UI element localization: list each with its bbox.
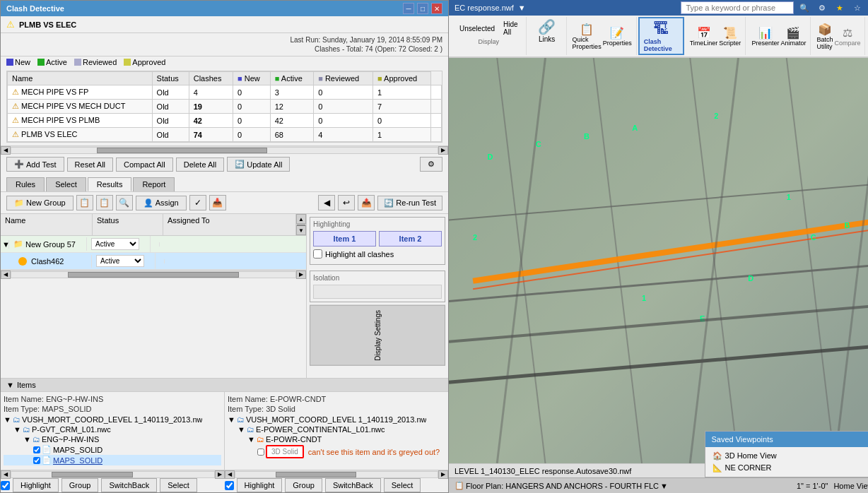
left-group-btn[interactable]: Group: [61, 478, 99, 492]
properties-btn-group: 📝 Properties: [603, 26, 632, 47]
toolbar-icon-btn-5[interactable]: 📥: [209, 195, 226, 210]
search-input[interactable]: [681, 1, 794, 14]
tree-checkbox[interactable]: [33, 446, 40, 453]
right-highlight-btn[interactable]: Highlight: [237, 478, 283, 492]
prev-btn[interactable]: ↩: [338, 195, 355, 210]
grid-label-1: 1: [642, 294, 646, 302]
navis-title-dropdown[interactable]: ▼: [518, 4, 526, 12]
last-run-text: Last Run: Sunday, January 19, 2014 8:55:…: [6, 36, 442, 44]
reset-all-button[interactable]: Reset All: [67, 158, 113, 172]
animator-label[interactable]: Animator: [780, 40, 806, 47]
hide-all-btn[interactable]: Hide All: [500, 18, 522, 38]
toolbar-icon-btn-4[interactable]: ✓: [189, 195, 206, 210]
tree-icon: 🗂: [33, 435, 40, 444]
items-scroll-right[interactable]: ▶: [215, 470, 225, 479]
timeliner-label[interactable]: TimeLiner: [690, 40, 718, 47]
right-group-btn[interactable]: Group: [285, 478, 322, 492]
update-all-button[interactable]: 🔄 Update All: [227, 157, 290, 172]
right-switchback-btn[interactable]: SwitchBack: [325, 478, 381, 492]
items-scroll-right-2[interactable]: ▶: [438, 470, 448, 479]
scroll-left-btn[interactable]: ◀: [1, 146, 11, 155]
toolbar-icon-btn-2[interactable]: 📋: [96, 195, 113, 210]
items-scroll-left-2[interactable]: ◀: [225, 470, 235, 479]
table-row[interactable]: ⚠ MECH PIPE VS MECH DUCT Old 19 0 12 0 7: [8, 100, 442, 114]
presenter-label[interactable]: Presenter: [751, 40, 779, 47]
isolation-control[interactable]: [313, 285, 442, 299]
table-horizontal-scrollbar[interactable]: ◀ ▶: [1, 145, 448, 154]
table-row[interactable]: ⚠ MECH PIPE VS PLMB Old 42 0 42 0 0: [8, 114, 442, 128]
floor-plan-dropdown[interactable]: ▼: [660, 482, 668, 490]
table-row[interactable]: ⚠ MECH PIPE VS FP Old 4 0 3 0 1: [8, 85, 442, 100]
floor-plan-item: 📋 Floor Plan: HANGERS AND ANCHORS - FOUR…: [454, 481, 668, 490]
add-test-button[interactable]: ➕ Add Test: [6, 157, 64, 172]
item1-button[interactable]: Item 1: [313, 231, 376, 246]
left-select-btn[interactable]: Select: [160, 478, 197, 492]
tree-checkbox-selected[interactable]: [33, 457, 40, 464]
animator-btn-group: 🎬 Animator: [780, 26, 806, 47]
expand-icon[interactable]: ▼: [1, 240, 9, 249]
tree-checkbox-right[interactable]: [257, 449, 264, 456]
rerun-button[interactable]: 🔄 Re-run Test: [377, 196, 442, 210]
results-group-row[interactable]: ▼ 📁 New Group 57 Active New Reviewed App…: [1, 236, 306, 253]
next-btn[interactable]: 📤: [358, 195, 375, 210]
viewport-3d[interactable]: D C B A 2 2 1 C B A D E 1: [449, 58, 868, 463]
compact-all-button[interactable]: Compact All: [116, 158, 173, 172]
left-highlight-btn[interactable]: Highlight: [13, 478, 59, 492]
tree-icon: 🗂: [257, 435, 264, 444]
list-vertical-scrollbar[interactable]: ▲ ▼: [296, 214, 306, 235]
results-scroll-left[interactable]: ◀: [1, 271, 11, 279]
assign-button[interactable]: 👤 Assign: [136, 196, 187, 210]
tab-select[interactable]: Select: [46, 177, 86, 191]
items-right-scrollbar[interactable]: ◀ ▶: [225, 470, 449, 478]
results-clash-row[interactable]: Clash462 Active New Reviewed Approved: [1, 253, 306, 270]
batch-label[interactable]: Batch Utility: [816, 36, 833, 50]
compare-label[interactable]: Compare: [834, 40, 860, 47]
group-status-select[interactable]: Active New Reviewed Approved: [91, 238, 139, 250]
item2-button[interactable]: Item 2: [379, 231, 442, 246]
results-scroll-right[interactable]: ▶: [296, 271, 306, 279]
viewpoint-item-ne-corner[interactable]: 📐 NE CORNER: [708, 462, 868, 474]
star-icon-btn[interactable]: ★: [832, 0, 848, 16]
scripter-label[interactable]: Scripter: [719, 40, 741, 47]
unselected-btn[interactable]: Unselected: [456, 18, 498, 38]
items-header[interactable]: ▼ Items: [1, 379, 448, 392]
prev-clash-btn[interactable]: ◀: [318, 195, 335, 210]
bottom-bar: 📋 Floor Plan: HANGERS AND ANCHORS - FOUR…: [449, 477, 868, 493]
right-highlight-checkbox[interactable]: [225, 481, 234, 490]
left-highlight-checkbox[interactable]: [1, 481, 10, 490]
new-group-button[interactable]: 📁 New Group: [6, 196, 74, 210]
clash-status-select[interactable]: Active New Reviewed Approved: [96, 255, 144, 267]
delete-all-button[interactable]: Delete All: [176, 158, 224, 172]
table-row[interactable]: ⚠ PLMB VS ELEC Old 74 0 68 4 1: [8, 128, 442, 142]
home-view-item[interactable]: Home View: [833, 482, 868, 490]
clash-detective-label[interactable]: Clash Detective: [644, 38, 679, 52]
quick-props-label[interactable]: Quick Properties: [573, 36, 602, 50]
links-label[interactable]: Links: [539, 35, 555, 43]
bookmark-icon-btn[interactable]: ☆: [850, 0, 865, 16]
display-settings-tab[interactable]: Display Settings: [310, 305, 445, 366]
minimize-button[interactable]: ─: [403, 3, 414, 14]
maximize-button[interactable]: □: [417, 3, 428, 14]
items-left-scrollbar[interactable]: ◀ ▶: [1, 470, 225, 478]
settings-button[interactable]: ⚙: [420, 157, 442, 172]
scroll-down-btn[interactable]: ▼: [296, 225, 306, 235]
tab-results[interactable]: Results: [88, 177, 132, 191]
properties-label[interactable]: Properties: [603, 40, 632, 47]
toolbar-icon-btn-1[interactable]: 📋: [76, 195, 93, 210]
viewpoint-item-3dhome[interactable]: 🏠 3D Home View: [708, 450, 868, 462]
right-select-btn[interactable]: Select: [384, 478, 421, 492]
items-scroll-left[interactable]: ◀: [1, 470, 11, 479]
scroll-right-btn[interactable]: ▶: [438, 146, 448, 155]
highlight-all-checkbox[interactable]: [313, 249, 322, 259]
legend-approved: Approved: [132, 58, 165, 66]
scroll-up-btn[interactable]: ▲: [296, 214, 306, 224]
options-icon-btn[interactable]: ⚙: [814, 0, 830, 16]
tab-report[interactable]: Report: [133, 177, 175, 191]
search-icon-btn[interactable]: 🔍: [797, 0, 812, 16]
tree-node[interactable]: 📄 MAPS_SOLID: [4, 455, 221, 465]
left-switchback-btn[interactable]: SwitchBack: [101, 478, 157, 492]
close-button[interactable]: ✕: [431, 3, 442, 14]
results-horizontal-scrollbar[interactable]: ◀ ▶: [1, 270, 306, 278]
tab-rules[interactable]: Rules: [6, 177, 45, 191]
toolbar-icon-btn-3[interactable]: 🔍: [116, 195, 133, 210]
